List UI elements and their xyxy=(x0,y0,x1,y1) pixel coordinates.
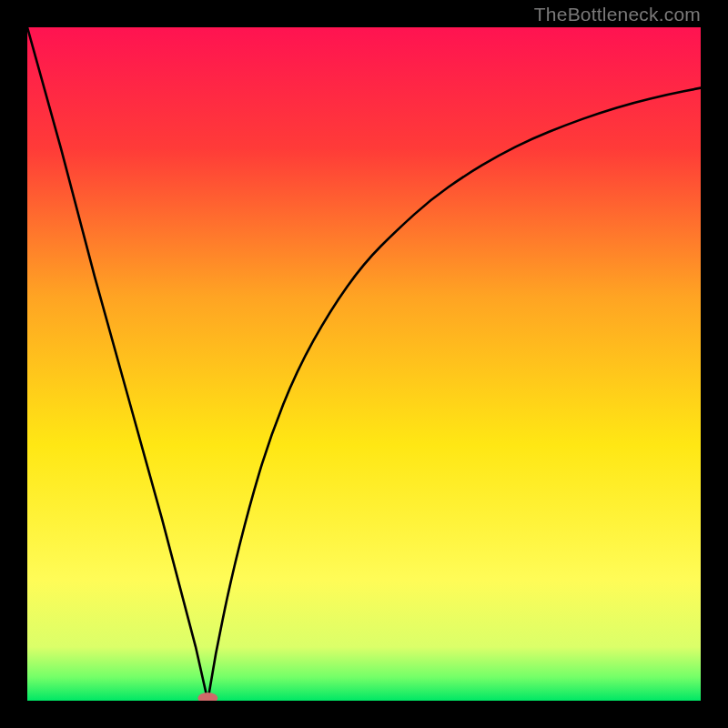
plot-area xyxy=(27,27,701,701)
chart-frame: TheBottleneck.com xyxy=(0,0,728,728)
bottleneck-chart xyxy=(27,27,701,701)
attribution-label: TheBottleneck.com xyxy=(534,4,701,25)
gradient-background xyxy=(27,27,701,701)
